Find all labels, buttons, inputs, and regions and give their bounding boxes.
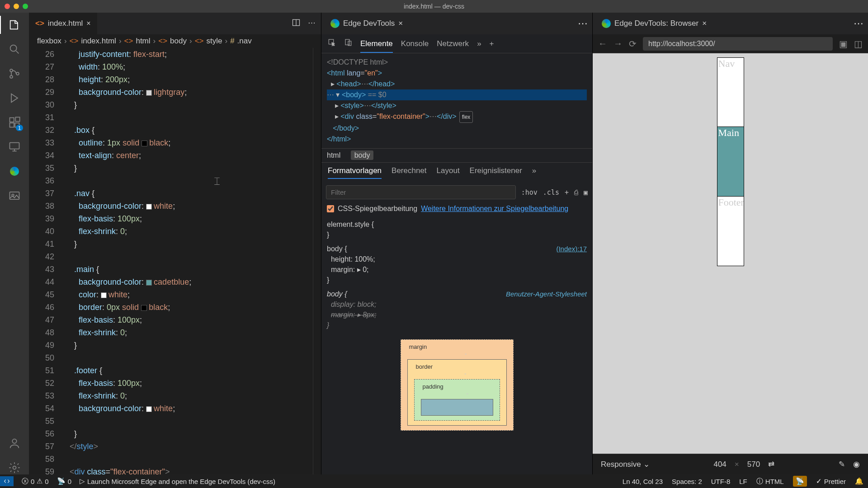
status-cursor[interactable]: Ln 40, Col 23 [623, 478, 663, 485]
add-tab-icon[interactable]: + [490, 39, 494, 48]
minimap[interactable] [313, 48, 321, 474]
close-window-icon[interactable] [5, 4, 10, 9]
extensions-icon[interactable]: 1 [8, 116, 21, 129]
split-editor-icon[interactable] [292, 18, 301, 29]
cls-toggle[interactable]: .cls [543, 188, 559, 197]
explorer-icon[interactable] [8, 18, 21, 32]
screenshot-icon[interactable]: ▣ [839, 38, 848, 49]
device-mode[interactable]: Responsive ⌄ [601, 460, 650, 469]
tab-index-html[interactable]: <> index.html × [29, 13, 98, 34]
breadcrumb-item[interactable]: index.html [81, 37, 116, 46]
browser-viewport[interactable]: Nav Main Footer [593, 53, 868, 454]
remote-indicator[interactable] [0, 476, 14, 486]
dom-breadcrumb[interactable]: html body [321, 148, 592, 162]
close-tab-icon[interactable]: × [86, 19, 90, 28]
devtools-tab[interactable]: Edge DevTools × [326, 13, 407, 34]
mirror-link[interactable]: Weitere Informationen zur Spiegelbearbei… [421, 205, 568, 213]
maximize-window-icon[interactable] [23, 4, 28, 9]
rotate-icon[interactable]: ⇄ [768, 460, 774, 469]
css-declaration[interactable]: margin: ▸ 0; [331, 266, 369, 273]
window-titlebar: index.html — dev-css [0, 0, 868, 13]
status-errors[interactable]: ⓧ 0 ⚠ 0 [22, 477, 49, 486]
status-encoding[interactable]: UTF-8 [711, 478, 731, 485]
dom-selected: == $0 [368, 91, 387, 99]
flex-badge[interactable]: flex [459, 111, 473, 123]
rule-source-link[interactable]: (Index):17 [556, 244, 587, 254]
breadcrumb-item[interactable]: .nav [237, 37, 252, 46]
device-width[interactable]: 404 [713, 460, 726, 469]
chevron-right-icon[interactable]: » [532, 166, 536, 179]
browser-tab[interactable]: Edge DevTools: Browser × [597, 13, 711, 34]
close-tab-icon[interactable]: × [702, 19, 707, 28]
tab-styles[interactable]: Formatvorlagen [328, 166, 382, 179]
tab-computed[interactable]: Berechnet [392, 166, 427, 179]
more-actions-icon[interactable]: ⋯ [308, 18, 316, 29]
zoom-icon[interactable]: ✎ [839, 460, 845, 469]
crumb-item[interactable]: body [351, 150, 374, 160]
close-tab-icon[interactable]: × [398, 19, 403, 28]
status-lang[interactable]: ⓘ HTML [756, 477, 784, 486]
css-declaration[interactable]: height: 100%; [331, 255, 375, 263]
svg-point-12 [13, 466, 16, 469]
inspect-icon[interactable]: ◫ [854, 38, 863, 49]
tab-layout[interactable]: Layout [437, 166, 460, 179]
panel-icon[interactable]: ▣ [584, 188, 588, 197]
breadcrumb-item[interactable]: style [206, 37, 222, 46]
status-prettier[interactable]: ✓ Prettier [816, 477, 846, 485]
options-icon[interactable]: ◉ [853, 460, 860, 469]
edge-tools-icon[interactable] [8, 164, 21, 178]
breadcrumb-item[interactable]: flexbox [37, 37, 61, 46]
preview-footer: Footer [717, 197, 744, 266]
dom-node[interactable]: <!DOCTYPE html> [327, 58, 388, 66]
chevron-right-icon[interactable]: » [477, 39, 481, 48]
device-toggle-icon[interactable] [344, 38, 352, 49]
rule-selector[interactable]: element.style { [327, 221, 374, 228]
status-bar: ⓧ 0 ⚠ 0 📡 0 ▷ Launch Microsoft Edge and … [0, 474, 868, 488]
inspect-icon[interactable] [328, 38, 336, 49]
run-debug-icon[interactable] [8, 91, 21, 105]
tab-network[interactable]: Netzwerk [437, 39, 469, 48]
source-control-icon[interactable] [8, 67, 21, 80]
more-actions-icon[interactable]: ⋯ [854, 18, 863, 29]
device-height[interactable]: 570 [747, 460, 760, 469]
styles-rules[interactable]: element.style {} (Index):17 body { heigh… [321, 216, 592, 474]
status-launch[interactable]: ▷ Launch Microsoft Edge and open the Edg… [80, 477, 275, 485]
dom-tree[interactable]: <!DOCTYPE html> <html lang="en"> ▸ <head… [321, 53, 592, 148]
tab-listeners[interactable]: Ereignislistener [470, 166, 522, 179]
more-actions-icon[interactable]: ⋯ [578, 18, 588, 29]
box-model[interactable]: margin- border- padding- [401, 339, 514, 431]
filter-input[interactable] [326, 185, 516, 199]
reload-icon[interactable]: ⟳ [629, 38, 637, 49]
rule-selector[interactable]: body { [327, 245, 347, 253]
mirror-checkbox[interactable] [327, 205, 334, 212]
status-spaces[interactable]: Spaces: 2 [672, 478, 702, 485]
mirror-label: CSS-Spiegelbearbeitung [338, 205, 417, 213]
forward-icon[interactable]: → [613, 38, 623, 49]
minimize-window-icon[interactable] [14, 4, 19, 9]
print-icon[interactable]: ⎙ [574, 188, 578, 197]
code-editor[interactable]: 2627282930313233343536373839404142434445… [29, 48, 321, 474]
breadcrumb-item[interactable]: body [170, 37, 187, 46]
tab-console[interactable]: Konsole [401, 39, 429, 48]
status-bell-icon[interactable]: 🔔 [855, 477, 863, 485]
svg-point-2 [10, 75, 13, 78]
remote-explorer-icon[interactable] [8, 140, 21, 154]
media-icon[interactable] [8, 189, 21, 202]
svg-point-0 [10, 45, 17, 52]
back-icon[interactable]: ← [598, 38, 607, 49]
rule-selector: body { [327, 290, 347, 298]
search-icon[interactable] [8, 42, 21, 56]
breadcrumb[interactable]: flexbox› <>index.html› <>html› <>body› <… [29, 34, 321, 48]
tab-elements[interactable]: Elemente [360, 39, 393, 53]
settings-gear-icon[interactable] [8, 461, 21, 474]
breadcrumb-item[interactable]: html [136, 37, 150, 46]
status-go-live[interactable]: 📡 [793, 476, 807, 487]
traffic-lights[interactable] [5, 4, 28, 9]
hov-toggle[interactable]: :hov [521, 188, 538, 197]
account-icon[interactable] [8, 436, 21, 450]
url-bar[interactable]: http://localhost:3000/ [643, 37, 833, 51]
new-rule-icon[interactable]: + [565, 188, 569, 197]
crumb-item[interactable]: html [327, 151, 340, 159]
status-eol[interactable]: LF [739, 478, 747, 485]
status-ports[interactable]: 📡 0 [57, 477, 71, 485]
